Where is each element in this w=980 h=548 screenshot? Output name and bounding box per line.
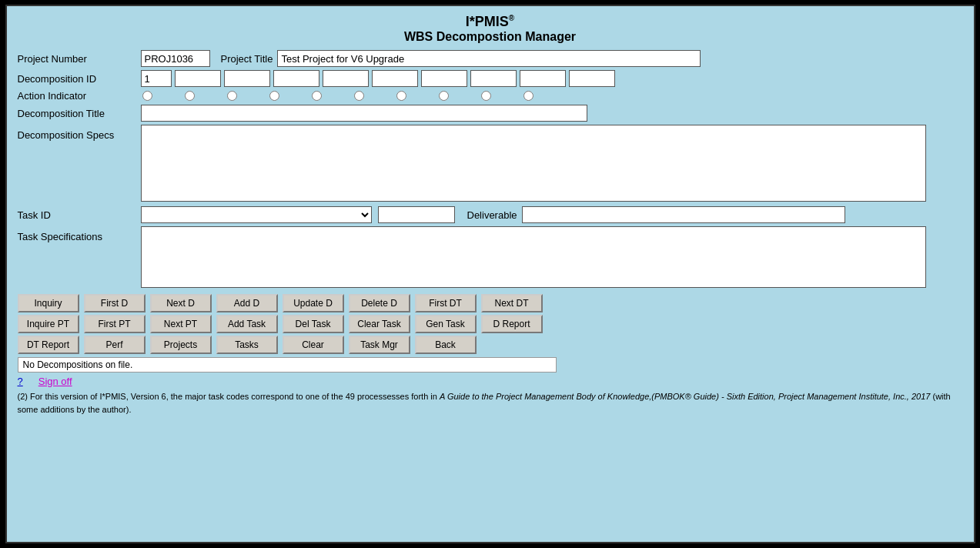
app-title-text: I*PMIS (466, 14, 509, 29)
decomp-id-0[interactable] (141, 70, 172, 87)
action-indicator-row: Action Indicator (18, 90, 963, 102)
decomp-id-6[interactable] (421, 70, 467, 87)
action-radio-7[interactable] (439, 91, 449, 101)
task-specifications-textarea[interactable] (141, 226, 926, 288)
back-button[interactable]: Back (415, 336, 477, 354)
project-title-label: Project Title (221, 53, 273, 65)
action-radio-5[interactable] (354, 91, 364, 101)
next-pt-button[interactable]: Next PT (150, 315, 212, 333)
task-id-row: Task ID Deliverable (18, 206, 963, 223)
decomp-id-8[interactable] (520, 70, 566, 87)
next-d-button[interactable]: Next D (150, 294, 212, 312)
help-link[interactable]: ? (18, 376, 23, 387)
task-specifications-section: Task Specifications (18, 226, 963, 288)
main-window: I*PMIS® WBS Decompostion Manager Project… (5, 5, 975, 543)
task-id-label: Task ID (18, 209, 141, 221)
deliverable-label: Deliverable (467, 209, 517, 221)
next-dt-button[interactable]: Next DT (481, 294, 543, 312)
decomposition-title-row: Decomposition Title (18, 105, 963, 122)
first-pt-button[interactable]: First PT (84, 315, 145, 333)
action-radio-1[interactable] (185, 91, 195, 101)
add-d-button[interactable]: Add D (216, 294, 278, 312)
bottom-links: ? Sign off (18, 376, 963, 387)
decomposition-title-input[interactable] (141, 105, 587, 122)
project-title-input[interactable] (277, 50, 701, 67)
dt-report-button[interactable]: DT Report (18, 336, 79, 354)
perf-button[interactable]: Perf (84, 336, 145, 354)
footer-text: (2) For this version of I*PMIS, Version … (18, 390, 963, 416)
d-report-button[interactable]: D Report (481, 315, 543, 333)
task-specifications-label: Task Specifications (18, 226, 141, 242)
decomposition-id-label: Decomposition ID (18, 73, 141, 85)
project-number-label: Project Number (18, 53, 141, 65)
button-area: Inquiry First D Next D Add D Update D De… (18, 294, 963, 354)
add-task-button[interactable]: Add Task (216, 315, 278, 333)
signoff-link[interactable]: Sign off (38, 376, 72, 387)
project-number-input[interactable] (141, 50, 210, 67)
delete-d-button[interactable]: Delete D (349, 294, 410, 312)
task-id-select[interactable] (141, 206, 372, 223)
action-indicator-radios (142, 91, 533, 101)
first-dt-button[interactable]: First DT (415, 294, 477, 312)
button-row-2: Inquire PT First PT Next PT Add Task Del… (18, 315, 963, 333)
status-bar: No Decompositions on file. (18, 357, 557, 373)
decomp-id-3[interactable] (273, 70, 319, 87)
project-number-row: Project Number Project Title (18, 50, 963, 67)
decomp-id-1[interactable] (175, 70, 221, 87)
footer-text-normal: (2) For this version of I*PMIS, Version … (18, 392, 440, 401)
status-message: No Decompositions on file. (23, 359, 133, 370)
decomp-id-7[interactable] (470, 70, 517, 87)
task-mgr-button[interactable]: Task Mgr (349, 336, 410, 354)
decomposition-specs-section: Decomposition Specs (18, 125, 963, 202)
action-radio-3[interactable] (269, 91, 279, 101)
decomposition-specs-textarea[interactable] (141, 125, 926, 202)
decomposition-id-row: Decomposition ID (18, 70, 963, 87)
decomp-id-5[interactable] (372, 70, 418, 87)
del-task-button[interactable]: Del Task (283, 315, 344, 333)
first-d-button[interactable]: First D (84, 294, 145, 312)
title-area: I*PMIS® WBS Decompostion Manager (18, 14, 963, 44)
decomposition-title-label: Decomposition Title (18, 108, 141, 119)
decomp-id-9[interactable] (569, 70, 615, 87)
tasks-button[interactable]: Tasks (216, 336, 278, 354)
projects-button[interactable]: Projects (150, 336, 212, 354)
action-radio-6[interactable] (396, 91, 406, 101)
decomp-id-inputs (141, 70, 615, 87)
button-row-3: DT Report Perf Projects Tasks Clear Task… (18, 336, 963, 354)
action-radio-8[interactable] (481, 91, 491, 101)
registered-mark: ® (509, 14, 514, 22)
app-subtitle: WBS Decompostion Manager (18, 30, 963, 44)
button-row-1: Inquiry First D Next D Add D Update D De… (18, 294, 963, 312)
task-id-extra-input[interactable] (378, 206, 455, 223)
action-radio-9[interactable] (523, 91, 533, 101)
app-title: I*PMIS® (18, 14, 963, 30)
clear-task-button[interactable]: Clear Task (349, 315, 410, 333)
action-radio-2[interactable] (227, 91, 237, 101)
update-d-button[interactable]: Update D (283, 294, 344, 312)
action-radio-4[interactable] (312, 91, 322, 101)
inquire-pt-button[interactable]: Inquire PT (18, 315, 79, 333)
decomposition-specs-label: Decomposition Specs (18, 125, 141, 141)
action-radio-0[interactable] (142, 91, 152, 101)
action-indicator-label: Action Indicator (18, 90, 141, 102)
clear-button[interactable]: Clear (283, 336, 344, 354)
gen-task-button[interactable]: Gen Task (415, 315, 477, 333)
decomp-id-2[interactable] (224, 70, 270, 87)
inquiry-button[interactable]: Inquiry (18, 294, 79, 312)
deliverable-input[interactable] (522, 206, 845, 223)
footer-text-italic: A Guide to the Project Management Body o… (440, 392, 930, 401)
decomp-id-4[interactable] (323, 70, 369, 87)
